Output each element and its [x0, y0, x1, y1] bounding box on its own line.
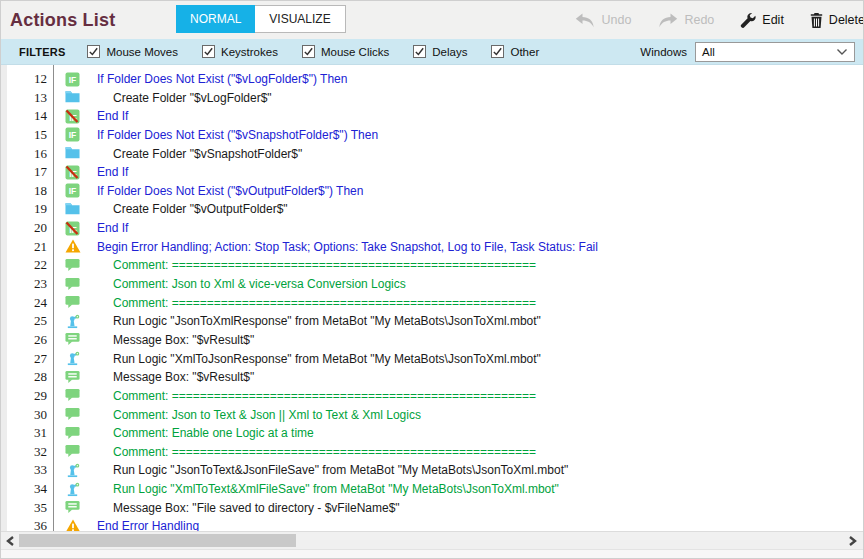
redo-button[interactable]: Redo	[657, 13, 714, 28]
action-row[interactable]: 13Create Folder "$vLogFolder$"	[1, 89, 863, 108]
if-icon: IF	[65, 127, 80, 142]
action-row[interactable]: 19Create Folder "$vOutputFolder$"	[1, 200, 863, 219]
action-text: Comment: Json to Xml & vice-versa Conver…	[113, 277, 406, 291]
checkbox-label: Keystrokes	[221, 46, 278, 58]
actions-list-window: Actions List NORMALVISUALIZE UndoRedoEdi…	[0, 0, 864, 559]
action-text: Create Folder "$vLogFolder$"	[113, 91, 272, 105]
if-icon: IF	[65, 72, 80, 87]
filter-mouse-moves: Mouse Moves	[87, 45, 178, 58]
action-text: Comment: ===============================…	[113, 258, 536, 272]
toolbar-button-label: Edit	[762, 13, 784, 27]
line-number: 14	[1, 108, 47, 124]
line-number: 25	[1, 313, 47, 329]
header: Actions List NORMALVISUALIZE UndoRedoEdi…	[1, 1, 863, 39]
action-text: Message Box: "$vResult$"	[113, 370, 254, 384]
action-rows: 12IFIf Folder Does Not Exist ("$vLogFold…	[1, 70, 863, 531]
checkbox[interactable]	[491, 45, 504, 58]
edit-button[interactable]: Edit	[740, 12, 784, 28]
line-number: 26	[1, 332, 47, 348]
action-row[interactable]: 21Begin Error Handling; Action: Stop Tas…	[1, 238, 863, 257]
action-row[interactable]: 30Comment: Json to Text & Json || Xml to…	[1, 406, 863, 425]
line-number: 12	[1, 71, 47, 87]
line-number: 15	[1, 127, 47, 143]
delete-button[interactable]: Delete	[810, 13, 863, 28]
action-row[interactable]: 16Create Folder "$vSnapshotFolder$"	[1, 145, 863, 164]
checkbox[interactable]	[87, 45, 100, 58]
action-text: Comment: ===============================…	[113, 296, 536, 310]
action-row[interactable]: 14IFEnd If	[1, 107, 863, 126]
line-number: 16	[1, 146, 47, 162]
action-row[interactable]: 29Comment: =============================…	[1, 387, 863, 406]
action-text: Comment: Enable one Logic at a time	[113, 426, 314, 440]
line-number: 30	[1, 407, 47, 423]
message-box-icon	[65, 500, 80, 515]
line-number: 24	[1, 295, 47, 311]
action-row[interactable]: 22Comment: =============================…	[1, 256, 863, 275]
comment-icon	[65, 295, 80, 310]
svg-text:IF: IF	[69, 130, 77, 140]
tab-visualize[interactable]: VISUALIZE	[255, 5, 345, 33]
footer-strip	[1, 549, 863, 559]
folder-icon	[65, 202, 80, 217]
scroll-left-icon[interactable]	[2, 533, 18, 549]
action-row[interactable]: 28Message Box: "$vResult$"	[1, 368, 863, 387]
checkbox[interactable]	[302, 45, 315, 58]
end-if-icon: IF	[65, 109, 80, 124]
windows-filter: Windows All	[640, 42, 855, 62]
line-number: 17	[1, 164, 47, 180]
action-text: Run Logic "JsonToText&JsonFileSave" from…	[113, 463, 568, 477]
action-text: Run Logic "XmlToText&XmlFileSave" from M…	[113, 482, 559, 496]
action-row[interactable]: 20IFEnd If	[1, 219, 863, 238]
checkbox[interactable]	[202, 45, 215, 58]
action-row[interactable]: 23Comment: Json to Xml & vice-versa Conv…	[1, 275, 863, 294]
svg-text:IF: IF	[69, 75, 77, 85]
comment-icon	[65, 426, 80, 441]
action-row[interactable]: 25Run Logic "JsonToXmlResponse" from Met…	[1, 312, 863, 331]
run-logic-icon	[65, 314, 80, 329]
end-if-icon: IF	[65, 221, 80, 236]
action-row[interactable]: 36End Error Handling	[1, 517, 863, 531]
action-row[interactable]: 34Run Logic "XmlToText&XmlFileSave" from…	[1, 480, 863, 499]
toolbar: UndoRedoEditDelete	[575, 1, 863, 39]
action-text: End If	[97, 109, 128, 123]
action-text: Comment: ===============================…	[113, 445, 536, 459]
message-box-icon	[65, 370, 80, 385]
undo-button[interactable]: Undo	[575, 13, 632, 28]
scrollbar-thumb[interactable]	[19, 534, 296, 547]
filter-delays: Delays	[413, 45, 467, 58]
action-row[interactable]: 31Comment: Enable one Logic at a time	[1, 424, 863, 443]
line-number: 34	[1, 481, 47, 497]
horizontal-scrollbar[interactable]	[1, 531, 863, 549]
windows-label: Windows	[640, 46, 687, 58]
windows-select[interactable]: All	[695, 42, 855, 62]
action-row[interactable]: 33Run Logic "JsonToText&JsonFileSave" fr…	[1, 461, 863, 480]
action-row[interactable]: 26Message Box: "$vResult$"	[1, 331, 863, 350]
line-number: 29	[1, 388, 47, 404]
action-row[interactable]: 15IFIf Folder Does Not Exist ("$vSnapsho…	[1, 126, 863, 145]
action-text: Create Folder "$vSnapshotFolder$"	[113, 147, 302, 161]
line-number: 27	[1, 351, 47, 367]
action-row[interactable]: 18IFIf Folder Does Not Exist ("$vOutputF…	[1, 182, 863, 201]
action-row[interactable]: 12IFIf Folder Does Not Exist ("$vLogFold…	[1, 70, 863, 89]
comment-icon	[65, 388, 80, 403]
action-row[interactable]: 24Comment: =============================…	[1, 294, 863, 313]
filter-bar: FILTERS Mouse MovesKeystrokesMouse Click…	[1, 39, 863, 65]
action-text: If Folder Does Not Exist ("$vLogFolder$"…	[97, 72, 347, 86]
action-text: Run Logic "JsonToXmlResponse" from MetaB…	[113, 314, 541, 328]
tab-normal[interactable]: NORMAL	[176, 5, 255, 33]
action-text: Create Folder "$vOutputFolder$"	[113, 202, 288, 216]
filter-other: Other	[491, 45, 539, 58]
line-number: 23	[1, 276, 47, 292]
scroll-right-icon[interactable]	[844, 533, 860, 549]
message-box-icon	[65, 332, 80, 347]
action-row[interactable]: 17IFEnd If	[1, 163, 863, 182]
action-text: Comment: ===============================…	[113, 389, 536, 403]
filters-label: FILTERS	[19, 46, 65, 58]
checkbox[interactable]	[413, 45, 426, 58]
action-row[interactable]: 27Run Logic "XmlToJsonResponse" from Met…	[1, 350, 863, 369]
action-row[interactable]: 35Message Box: "File saved to directory …	[1, 499, 863, 518]
action-text: If Folder Does Not Exist ("$vSnapshotFol…	[97, 128, 378, 142]
line-number: 28	[1, 369, 47, 385]
actions-list: 12IFIf Folder Does Not Exist ("$vLogFold…	[1, 65, 863, 531]
action-row[interactable]: 32Comment: =============================…	[1, 443, 863, 462]
